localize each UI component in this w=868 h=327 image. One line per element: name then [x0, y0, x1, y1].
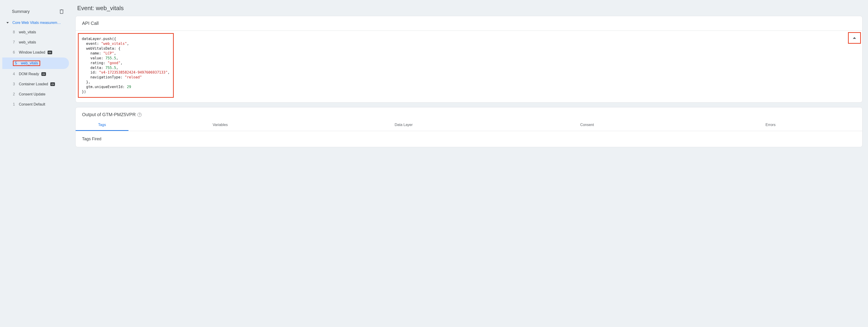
code-wv-name: "LCP" [103, 51, 114, 55]
sidebar-event-item[interactable]: 5web_vitals [2, 58, 69, 69]
sidebar-title: Summary [12, 9, 30, 14]
sidebar-event-item[interactable]: 7web_vitals [2, 37, 69, 48]
sidebar-header: Summary [2, 5, 69, 19]
sidebar-event-item[interactable]: 6Window Loaded<> [2, 48, 69, 58]
code-wv-navtype: "reload" [125, 75, 142, 79]
code-wv-delta: 755.5 [105, 66, 116, 70]
code-fn: dataLayer.push [82, 37, 112, 41]
api-call-body: dataLayer.push({ event: "web_vitals", we… [75, 31, 862, 102]
event-number: 5 [15, 61, 21, 65]
code-unique-event-id: 29 [127, 85, 131, 89]
chevron-up-icon [853, 37, 856, 39]
event-number: 3 [13, 82, 19, 86]
event-number: 6 [13, 50, 19, 55]
sidebar-event-item[interactable]: 3Container Loaded<> [2, 79, 69, 89]
sidebar-event-item[interactable]: 1Consent Default [2, 99, 69, 110]
event-label: Consent Default [19, 102, 45, 107]
event-number: 1 [13, 102, 19, 107]
event-list: 8web_vitals7web_vitals6Window Loaded<>5w… [2, 27, 69, 110]
tab-errors[interactable]: Errors [679, 120, 862, 131]
event-number: 4 [13, 72, 19, 76]
tab-variables[interactable]: Variables [128, 120, 312, 131]
collapse-api-call-button[interactable] [848, 32, 861, 44]
output-card: Output of GTM-PMZ5VPR ? TagsVariablesDat… [75, 107, 863, 147]
page-title: Event: web_vitals [77, 5, 863, 12]
code-badge-icon: <> [48, 51, 52, 54]
output-card-header: Output of GTM-PMZ5VPR ? [75, 108, 862, 120]
output-tabs: TagsVariablesData LayerConsentErrors [75, 120, 862, 131]
app-root: Summary Core Web Vitals measurem… 8web_v… [0, 0, 868, 327]
event-number: 2 [13, 92, 19, 96]
code-badge-icon: <> [41, 72, 46, 76]
help-icon[interactable]: ? [137, 113, 142, 117]
sidebar-event-item[interactable]: 2Consent Update [2, 89, 69, 99]
tab-tags[interactable]: Tags [75, 120, 128, 131]
sidebar: Summary Core Web Vitals measurem… 8web_v… [0, 0, 71, 327]
api-call-card-title: API Call [75, 16, 862, 31]
sidebar-group-header[interactable]: Core Web Vitals measurem… [2, 19, 69, 27]
api-call-code-block: dataLayer.push({ event: "web_vitals", we… [78, 33, 174, 98]
main-content: Event: web_vitals API Call dataLayer.pus… [71, 0, 868, 327]
code-wv-id: "v4-1723538582424-9497606937133" [99, 70, 168, 75]
event-label: web_vitals [19, 30, 36, 34]
event-number: 8 [13, 30, 19, 34]
output-card-title: Output of GTM-PMZ5VPR [82, 112, 135, 117]
code-event-value: "web_vitals" [101, 41, 127, 46]
tab-consent[interactable]: Consent [495, 120, 679, 131]
sidebar-event-item[interactable]: 8web_vitals [2, 27, 69, 37]
tags-fired-heading: Tags Fired [75, 131, 862, 147]
tab-data-layer[interactable]: Data Layer [312, 120, 495, 131]
code-wv-value: 755.5 [105, 56, 116, 60]
caret-down-icon [6, 22, 9, 24]
event-label: web_vitals [21, 61, 38, 65]
api-call-card: API Call dataLayer.push({ event: "web_vi… [75, 16, 863, 102]
event-label: DOM Ready [19, 72, 39, 76]
sidebar-group-label: Core Web Vitals measurem… [12, 21, 61, 25]
event-label: web_vitals [19, 40, 36, 44]
clear-summary-icon[interactable] [59, 9, 64, 14]
event-label: Container Loaded [19, 82, 48, 86]
event-label: Consent Update [19, 92, 45, 96]
sidebar-event-item[interactable]: 4DOM Ready<> [2, 69, 69, 79]
event-label: Window Loaded [19, 50, 45, 55]
event-number: 7 [13, 40, 19, 44]
code-badge-icon: <> [50, 82, 55, 86]
selected-highlight: 5web_vitals [13, 60, 40, 66]
code-wv-rating: "good" [107, 61, 120, 65]
